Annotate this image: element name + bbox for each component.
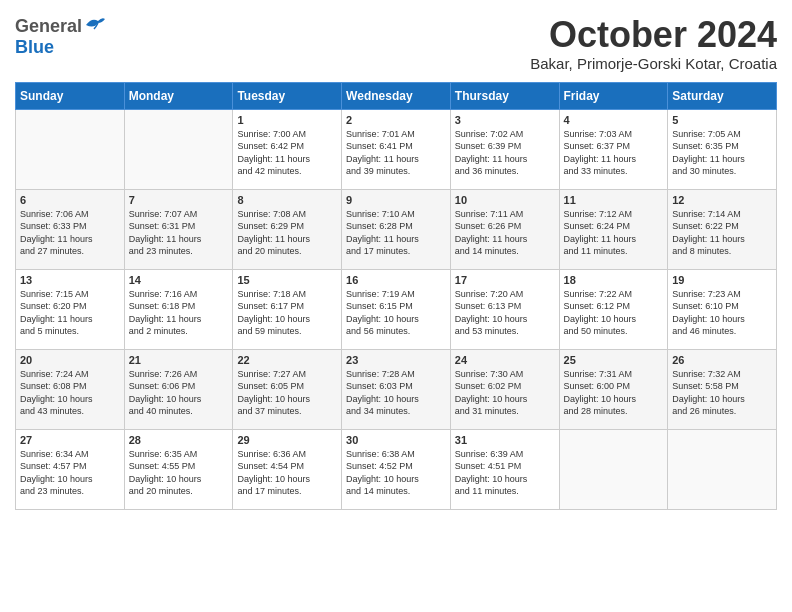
day-info: Sunrise: 7:32 AM Sunset: 5:58 PM Dayligh…	[672, 368, 772, 418]
day-info: Sunrise: 7:07 AM Sunset: 6:31 PM Dayligh…	[129, 208, 229, 258]
day-header-tuesday: Tuesday	[233, 82, 342, 109]
calendar-cell: 13Sunrise: 7:15 AM Sunset: 6:20 PM Dayli…	[16, 269, 125, 349]
calendar-cell: 23Sunrise: 7:28 AM Sunset: 6:03 PM Dayli…	[342, 349, 451, 429]
calendar-cell: 16Sunrise: 7:19 AM Sunset: 6:15 PM Dayli…	[342, 269, 451, 349]
calendar-cell: 5Sunrise: 7:05 AM Sunset: 6:35 PM Daylig…	[668, 109, 777, 189]
calendar-header-row: SundayMondayTuesdayWednesdayThursdayFrid…	[16, 82, 777, 109]
day-info: Sunrise: 7:27 AM Sunset: 6:05 PM Dayligh…	[237, 368, 337, 418]
day-info: Sunrise: 7:06 AM Sunset: 6:33 PM Dayligh…	[20, 208, 120, 258]
day-info: Sunrise: 7:16 AM Sunset: 6:18 PM Dayligh…	[129, 288, 229, 338]
calendar-cell: 30Sunrise: 6:38 AM Sunset: 4:52 PM Dayli…	[342, 429, 451, 509]
day-info: Sunrise: 7:08 AM Sunset: 6:29 PM Dayligh…	[237, 208, 337, 258]
calendar-cell: 28Sunrise: 6:35 AM Sunset: 4:55 PM Dayli…	[124, 429, 233, 509]
calendar-cell: 9Sunrise: 7:10 AM Sunset: 6:28 PM Daylig…	[342, 189, 451, 269]
day-number: 27	[20, 434, 120, 446]
day-info: Sunrise: 7:20 AM Sunset: 6:13 PM Dayligh…	[455, 288, 555, 338]
day-number: 31	[455, 434, 555, 446]
calendar-cell: 6Sunrise: 7:06 AM Sunset: 6:33 PM Daylig…	[16, 189, 125, 269]
day-number: 10	[455, 194, 555, 206]
calendar-cell	[668, 429, 777, 509]
calendar-cell: 18Sunrise: 7:22 AM Sunset: 6:12 PM Dayli…	[559, 269, 668, 349]
calendar-cell: 17Sunrise: 7:20 AM Sunset: 6:13 PM Dayli…	[450, 269, 559, 349]
day-number: 13	[20, 274, 120, 286]
calendar-cell: 4Sunrise: 7:03 AM Sunset: 6:37 PM Daylig…	[559, 109, 668, 189]
calendar-cell: 24Sunrise: 7:30 AM Sunset: 6:02 PM Dayli…	[450, 349, 559, 429]
calendar-cell: 25Sunrise: 7:31 AM Sunset: 6:00 PM Dayli…	[559, 349, 668, 429]
day-info: Sunrise: 7:31 AM Sunset: 6:00 PM Dayligh…	[564, 368, 664, 418]
day-number: 30	[346, 434, 446, 446]
day-info: Sunrise: 7:26 AM Sunset: 6:06 PM Dayligh…	[129, 368, 229, 418]
calendar-cell: 22Sunrise: 7:27 AM Sunset: 6:05 PM Dayli…	[233, 349, 342, 429]
day-info: Sunrise: 6:39 AM Sunset: 4:51 PM Dayligh…	[455, 448, 555, 498]
week-row-3: 13Sunrise: 7:15 AM Sunset: 6:20 PM Dayli…	[16, 269, 777, 349]
week-row-5: 27Sunrise: 6:34 AM Sunset: 4:57 PM Dayli…	[16, 429, 777, 509]
day-number: 6	[20, 194, 120, 206]
logo-general: General	[15, 16, 82, 37]
day-info: Sunrise: 7:19 AM Sunset: 6:15 PM Dayligh…	[346, 288, 446, 338]
calendar-cell: 20Sunrise: 7:24 AM Sunset: 6:08 PM Dayli…	[16, 349, 125, 429]
day-info: Sunrise: 7:02 AM Sunset: 6:39 PM Dayligh…	[455, 128, 555, 178]
day-info: Sunrise: 6:36 AM Sunset: 4:54 PM Dayligh…	[237, 448, 337, 498]
day-number: 24	[455, 354, 555, 366]
calendar-cell: 1Sunrise: 7:00 AM Sunset: 6:42 PM Daylig…	[233, 109, 342, 189]
day-info: Sunrise: 7:28 AM Sunset: 6:03 PM Dayligh…	[346, 368, 446, 418]
day-header-wednesday: Wednesday	[342, 82, 451, 109]
calendar-cell: 31Sunrise: 6:39 AM Sunset: 4:51 PM Dayli…	[450, 429, 559, 509]
calendar-cell: 19Sunrise: 7:23 AM Sunset: 6:10 PM Dayli…	[668, 269, 777, 349]
calendar-cell: 26Sunrise: 7:32 AM Sunset: 5:58 PM Dayli…	[668, 349, 777, 429]
day-header-monday: Monday	[124, 82, 233, 109]
day-number: 2	[346, 114, 446, 126]
calendar-cell: 11Sunrise: 7:12 AM Sunset: 6:24 PM Dayli…	[559, 189, 668, 269]
logo-bird-icon	[84, 15, 106, 37]
day-number: 19	[672, 274, 772, 286]
day-info: Sunrise: 7:24 AM Sunset: 6:08 PM Dayligh…	[20, 368, 120, 418]
calendar-cell: 2Sunrise: 7:01 AM Sunset: 6:41 PM Daylig…	[342, 109, 451, 189]
day-info: Sunrise: 7:00 AM Sunset: 6:42 PM Dayligh…	[237, 128, 337, 178]
calendar-cell: 14Sunrise: 7:16 AM Sunset: 6:18 PM Dayli…	[124, 269, 233, 349]
day-info: Sunrise: 6:38 AM Sunset: 4:52 PM Dayligh…	[346, 448, 446, 498]
day-info: Sunrise: 7:01 AM Sunset: 6:41 PM Dayligh…	[346, 128, 446, 178]
day-number: 14	[129, 274, 229, 286]
day-header-friday: Friday	[559, 82, 668, 109]
day-info: Sunrise: 7:14 AM Sunset: 6:22 PM Dayligh…	[672, 208, 772, 258]
day-info: Sunrise: 6:34 AM Sunset: 4:57 PM Dayligh…	[20, 448, 120, 498]
day-header-thursday: Thursday	[450, 82, 559, 109]
day-number: 8	[237, 194, 337, 206]
week-row-1: 1Sunrise: 7:00 AM Sunset: 6:42 PM Daylig…	[16, 109, 777, 189]
day-info: Sunrise: 7:22 AM Sunset: 6:12 PM Dayligh…	[564, 288, 664, 338]
day-number: 4	[564, 114, 664, 126]
week-row-4: 20Sunrise: 7:24 AM Sunset: 6:08 PM Dayli…	[16, 349, 777, 429]
day-number: 16	[346, 274, 446, 286]
calendar-cell: 27Sunrise: 6:34 AM Sunset: 4:57 PM Dayli…	[16, 429, 125, 509]
day-number: 22	[237, 354, 337, 366]
day-info: Sunrise: 7:18 AM Sunset: 6:17 PM Dayligh…	[237, 288, 337, 338]
day-number: 17	[455, 274, 555, 286]
day-number: 11	[564, 194, 664, 206]
day-info: Sunrise: 7:10 AM Sunset: 6:28 PM Dayligh…	[346, 208, 446, 258]
calendar-cell	[559, 429, 668, 509]
day-info: Sunrise: 7:11 AM Sunset: 6:26 PM Dayligh…	[455, 208, 555, 258]
calendar-cell: 3Sunrise: 7:02 AM Sunset: 6:39 PM Daylig…	[450, 109, 559, 189]
day-info: Sunrise: 6:35 AM Sunset: 4:55 PM Dayligh…	[129, 448, 229, 498]
day-number: 1	[237, 114, 337, 126]
logo-blue: Blue	[15, 37, 54, 57]
calendar-cell: 8Sunrise: 7:08 AM Sunset: 6:29 PM Daylig…	[233, 189, 342, 269]
calendar-cell: 10Sunrise: 7:11 AM Sunset: 6:26 PM Dayli…	[450, 189, 559, 269]
calendar-cell: 12Sunrise: 7:14 AM Sunset: 6:22 PM Dayli…	[668, 189, 777, 269]
day-number: 15	[237, 274, 337, 286]
calendar-cell: 21Sunrise: 7:26 AM Sunset: 6:06 PM Dayli…	[124, 349, 233, 429]
month-title: October 2024	[530, 15, 777, 55]
day-number: 18	[564, 274, 664, 286]
calendar-table: SundayMondayTuesdayWednesdayThursdayFrid…	[15, 82, 777, 510]
day-info: Sunrise: 7:23 AM Sunset: 6:10 PM Dayligh…	[672, 288, 772, 338]
day-info: Sunrise: 7:15 AM Sunset: 6:20 PM Dayligh…	[20, 288, 120, 338]
day-number: 21	[129, 354, 229, 366]
day-number: 28	[129, 434, 229, 446]
day-info: Sunrise: 7:30 AM Sunset: 6:02 PM Dayligh…	[455, 368, 555, 418]
day-number: 29	[237, 434, 337, 446]
day-info: Sunrise: 7:12 AM Sunset: 6:24 PM Dayligh…	[564, 208, 664, 258]
day-header-sunday: Sunday	[16, 82, 125, 109]
day-info: Sunrise: 7:03 AM Sunset: 6:37 PM Dayligh…	[564, 128, 664, 178]
calendar-cell: 15Sunrise: 7:18 AM Sunset: 6:17 PM Dayli…	[233, 269, 342, 349]
week-row-2: 6Sunrise: 7:06 AM Sunset: 6:33 PM Daylig…	[16, 189, 777, 269]
